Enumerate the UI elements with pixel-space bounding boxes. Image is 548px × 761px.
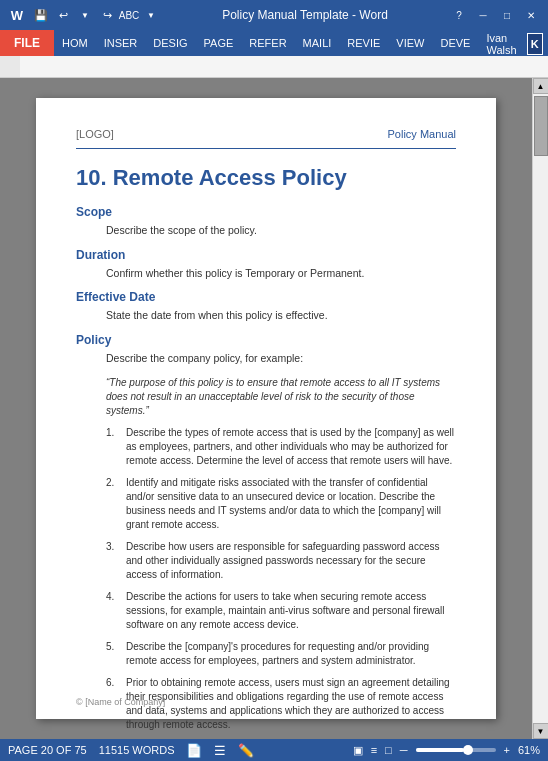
ruler bbox=[20, 56, 548, 77]
layout-icon[interactable]: ☰ bbox=[214, 743, 226, 758]
header-logo: [LOGO] bbox=[76, 128, 114, 140]
effective-date-heading: Effective Date bbox=[76, 290, 456, 304]
zoom-slider-fill bbox=[416, 748, 465, 752]
page-header: [LOGO] Policy Manual bbox=[76, 128, 456, 149]
scroll-up-button[interactable]: ▲ bbox=[533, 78, 549, 94]
item-text-2: Identify and mitigate risks associated w… bbox=[126, 476, 456, 532]
title-bar: W 💾 ↩ ▼ ↪ ABC ▼ Policy Manual Template -… bbox=[0, 0, 548, 30]
tab-page[interactable]: PAGE bbox=[196, 30, 242, 56]
view-icon-3[interactable]: □ bbox=[385, 744, 392, 756]
item-text-6: Prior to obtaining remote access, users … bbox=[126, 676, 456, 732]
item-number-1: 1. bbox=[106, 426, 120, 468]
list-item: 3. Describe how users are responsible fo… bbox=[106, 540, 456, 582]
list-item: 4. Describe the actions for users to tak… bbox=[106, 590, 456, 632]
zoom-slider[interactable] bbox=[416, 748, 496, 752]
duration-heading: Duration bbox=[76, 248, 456, 262]
file-tab[interactable]: FILE bbox=[0, 30, 54, 56]
policy-list: 1. Describe the types of remote access t… bbox=[106, 426, 456, 732]
customize-icon[interactable]: ▼ bbox=[142, 6, 160, 24]
scroll-thumb[interactable] bbox=[534, 96, 548, 156]
user-name: Ivan Walsh bbox=[486, 32, 523, 56]
redo-icon[interactable]: ↪ bbox=[98, 6, 116, 24]
scope-text: Describe the scope of the policy. bbox=[106, 223, 456, 238]
status-right: ▣ ≡ □ ─ + 61% bbox=[353, 744, 540, 757]
tab-mailings[interactable]: MAILI bbox=[295, 30, 340, 56]
item-number-3: 3. bbox=[106, 540, 120, 582]
policy-intro: Describe the company policy, for example… bbox=[106, 351, 456, 366]
item-number-2: 2. bbox=[106, 476, 120, 532]
item-number-5: 5. bbox=[106, 640, 120, 668]
edit-icon[interactable]: ✏️ bbox=[238, 743, 254, 758]
tab-review[interactable]: REVIE bbox=[339, 30, 388, 56]
document-page: [LOGO] Policy Manual 10. Remote Access P… bbox=[36, 98, 496, 719]
window-controls: ? ─ □ ✕ bbox=[450, 6, 540, 24]
close-button[interactable]: ✕ bbox=[522, 6, 540, 24]
ruler-area bbox=[0, 56, 548, 78]
policy-quote: “The purpose of this policy is to ensure… bbox=[106, 376, 456, 418]
page-info: PAGE 20 OF 75 bbox=[8, 744, 87, 756]
list-item: 1. Describe the types of remote access t… bbox=[106, 426, 456, 468]
tab-insert[interactable]: INSER bbox=[96, 30, 146, 56]
main-area: [LOGO] Policy Manual 10. Remote Access P… bbox=[0, 78, 548, 739]
status-left: PAGE 20 OF 75 11515 WORDS 📄 ☰ ✏️ bbox=[8, 743, 254, 758]
item-text-5: Describe the [company]'s procedures for … bbox=[126, 640, 456, 668]
zoom-thumb[interactable] bbox=[463, 745, 473, 755]
item-text-4: Describe the actions for users to take w… bbox=[126, 590, 456, 632]
scroll-down-button[interactable]: ▼ bbox=[533, 723, 549, 739]
quick-access-toolbar: 💾 ↩ ▼ ↪ ABC ▼ bbox=[32, 6, 160, 24]
status-bar: PAGE 20 OF 75 11515 WORDS 📄 ☰ ✏️ ▣ ≡ □ ─… bbox=[0, 739, 548, 761]
tab-home[interactable]: HOM bbox=[54, 30, 96, 56]
view-icon-2[interactable]: ≡ bbox=[371, 744, 377, 756]
spelling-icon[interactable]: ABC bbox=[120, 6, 138, 24]
document-area[interactable]: [LOGO] Policy Manual 10. Remote Access P… bbox=[0, 78, 532, 739]
title-bar-left: W 💾 ↩ ▼ ↪ ABC ▼ bbox=[8, 6, 160, 24]
minimize-button[interactable]: ─ bbox=[474, 6, 492, 24]
word-icon: W bbox=[8, 6, 26, 24]
duration-text: Confirm whether this policy is Temporary… bbox=[106, 266, 456, 281]
tab-developer[interactable]: DEVE bbox=[432, 30, 478, 56]
zoom-minus[interactable]: ─ bbox=[400, 744, 408, 756]
user-avatar[interactable]: K bbox=[527, 33, 543, 55]
dropdown-icon[interactable]: ▼ bbox=[76, 6, 94, 24]
tab-design[interactable]: DESIG bbox=[145, 30, 195, 56]
maximize-button[interactable]: □ bbox=[498, 6, 516, 24]
view-icon-1[interactable]: ▣ bbox=[353, 744, 363, 757]
user-area: Ivan Walsh K bbox=[478, 32, 548, 56]
tab-references[interactable]: REFER bbox=[241, 30, 294, 56]
company-footer: © [Name of Company] bbox=[76, 697, 165, 707]
scrollbar[interactable]: ▲ ▼ bbox=[532, 78, 548, 739]
header-doc-title: Policy Manual bbox=[388, 128, 456, 140]
word-count: 11515 WORDS bbox=[99, 744, 175, 756]
ribbon-tabs: FILE HOM INSER DESIG PAGE REFER MAILI RE… bbox=[0, 30, 548, 56]
effective-date-text: State the date from when this policy is … bbox=[106, 308, 456, 323]
document-icon[interactable]: 📄 bbox=[186, 743, 202, 758]
help-button[interactable]: ? bbox=[450, 6, 468, 24]
zoom-percent: 61% bbox=[518, 744, 540, 756]
item-number-4: 4. bbox=[106, 590, 120, 632]
document-title: 10. Remote Access Policy bbox=[76, 165, 456, 191]
save-icon[interactable]: 💾 bbox=[32, 6, 50, 24]
tab-view[interactable]: VIEW bbox=[388, 30, 432, 56]
undo-icon[interactable]: ↩ bbox=[54, 6, 72, 24]
zoom-plus[interactable]: + bbox=[504, 744, 510, 756]
item-text-1: Describe the types of remote access that… bbox=[126, 426, 456, 468]
title-bar-title: Policy Manual Template - Word bbox=[160, 8, 450, 22]
list-item: 5. Describe the [company]'s procedures f… bbox=[106, 640, 456, 668]
policy-heading: Policy bbox=[76, 333, 456, 347]
item-text-3: Describe how users are responsible for s… bbox=[126, 540, 456, 582]
scope-heading: Scope bbox=[76, 205, 456, 219]
list-item: 2. Identify and mitigate risks associate… bbox=[106, 476, 456, 532]
